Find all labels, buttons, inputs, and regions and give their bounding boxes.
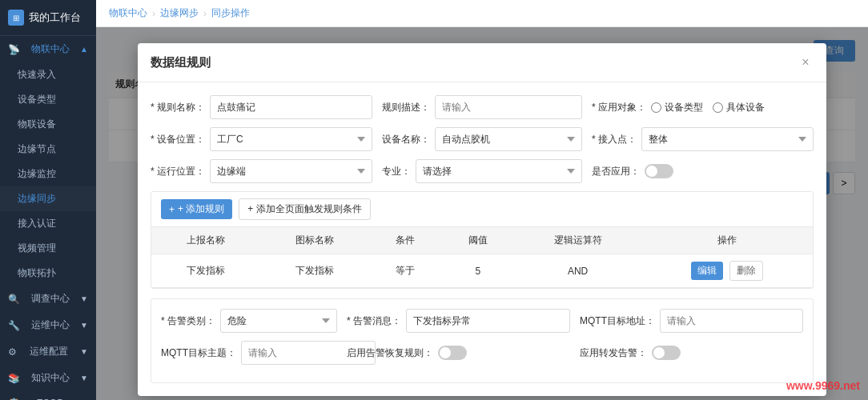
alert-category-group: * 告警类别： 危险	[161, 309, 337, 333]
apply-normal-toggle[interactable]	[438, 346, 467, 360]
sidebar-item-iot-topology[interactable]: 物联拓扑	[0, 261, 96, 286]
run-location-select[interactable]: 边缘端	[210, 159, 372, 183]
alert-category-select[interactable]: 危险	[220, 309, 337, 333]
sidebar-group-query[interactable]: 🔍 调查中心 ▼	[0, 286, 96, 312]
plus-icon: +	[169, 204, 175, 215]
col-logic: 逻辑运算符	[514, 227, 641, 254]
query-icon: 🔍	[8, 294, 20, 305]
col-threshold: 阈值	[442, 227, 515, 254]
specialty-select[interactable]: 请选择	[416, 159, 582, 183]
workspace-label: 我的工作台	[29, 10, 81, 25]
sidebar-item-edge-monitor[interactable]: 边缘监控	[0, 162, 96, 186]
rule-name-label: * 规则名称：	[151, 101, 205, 114]
run-location-label: * 运行位置：	[151, 165, 205, 178]
apply-target-label: * 应用对象：	[592, 101, 646, 114]
watermark: www.9969.net	[786, 379, 860, 392]
rule-desc-label: 规则描述：	[382, 101, 430, 114]
access-point-group: * 接入点： 整体	[592, 127, 814, 151]
breadcrumb-iot[interactable]: 物联中心	[109, 6, 147, 20]
add-rule-button[interactable]: + + 添加规则	[161, 199, 232, 219]
breadcrumb: 物联中心 › 边缘网步 › 同步操作	[96, 0, 868, 27]
rule-desc-input[interactable]	[435, 95, 582, 119]
modal-close-button[interactable]: ×	[798, 54, 814, 70]
rules-toolbar: + + 添加规则 + 添加全页面触发规则条件	[151, 192, 813, 227]
modal-body: * 规则名称： 规则描述： * 应用对象：	[138, 82, 826, 396]
sidebar-item-edge-sync[interactable]: 边缘同步	[0, 186, 96, 211]
chevron-query-icon: ▼	[80, 294, 88, 303]
iot-label: 物联中心	[31, 42, 70, 56]
rule-name-input[interactable]	[210, 95, 372, 119]
chevron-knowledge-icon: ▼	[80, 374, 88, 382]
col-op: 操作	[641, 227, 813, 254]
alert-section: * 告警类别： 危险 * 告警消息： MQTT目标地址：	[151, 298, 814, 383]
form-row-2: * 设备位置： 工厂C 设备名称： 自动点胶机 * 接入	[151, 127, 814, 151]
ops-config-icon: ⚙	[8, 346, 17, 358]
radio-specific-device[interactable]: 具体设备	[713, 101, 765, 114]
form-row-1: * 规则名称： 规则描述： * 应用对象：	[151, 95, 814, 119]
sidebar-item-quick-import[interactable]: 快速录入	[0, 62, 96, 87]
device-location-group: * 设备位置： 工厂C	[151, 127, 372, 151]
sidebar-group-ops-config[interactable]: ⚙ 运维配置 ▼	[0, 338, 96, 365]
access-point-select[interactable]: 整体	[641, 127, 814, 151]
apply-alert-toggle[interactable]	[652, 346, 681, 360]
device-name-group: 设备名称： 自动点胶机	[382, 127, 582, 151]
sidebar-header[interactable]: ⊞ 我的工作台	[0, 0, 96, 36]
rule-row-1: 下发指标 下发指标 等于 5 AND 编辑 删除	[151, 254, 813, 288]
apply-target-group: * 应用对象： 设备类型 具体设备	[592, 101, 814, 114]
rule-name-group: * 规则名称：	[151, 95, 372, 119]
breadcrumb-sep2: ›	[203, 8, 207, 19]
rule-desc-group: 规则描述：	[382, 95, 582, 119]
rule-delete-button[interactable]: 删除	[729, 261, 763, 281]
modal-header: 数据组规则 ×	[138, 43, 826, 82]
mqtt-target-input[interactable]	[660, 309, 803, 333]
radio-device-type[interactable]: 设备类型	[651, 101, 703, 114]
device-name-select[interactable]: 自动点胶机	[435, 127, 582, 151]
add-all-rules-button[interactable]: + 添加全页面触发规则条件	[239, 198, 370, 220]
apply-alert-label: 应用转发告警：	[580, 346, 647, 360]
rule-actions: 编辑 删除	[641, 254, 813, 288]
chevron-ops-icon: ▼	[80, 321, 88, 330]
ops-icon: 🔧	[8, 320, 20, 331]
mqtt-target-group: MQTT目标地址：	[580, 309, 803, 333]
specialty-label: 专业：	[382, 165, 411, 178]
sidebar-group-iot: 📡 物联中心 ▲ 快速录入 设备类型 物联设备 边缘节点 边缘监控 边缘同步 接…	[0, 36, 96, 286]
sidebar-group-knowledge[interactable]: 📚 知识中心 ▼	[0, 365, 96, 391]
sidebar: ⊞ 我的工作台 📡 物联中心 ▲ 快速录入 设备类型 物联设备 边缘节点 边缘监…	[0, 0, 96, 400]
chevron-icon: ▲	[80, 45, 88, 54]
is-applied-group: 是否应用：	[592, 164, 814, 178]
sidebar-item-import-auth[interactable]: 接入认证	[0, 211, 96, 236]
iot-icon: 📡	[8, 44, 20, 55]
modal-dialog: 数据组规则 × * 规则名称： 规则描述：	[138, 43, 826, 396]
device-location-select[interactable]: 工厂C	[210, 127, 372, 151]
apply-alert-group: 应用转发告警：	[580, 346, 803, 360]
breadcrumb-current: 同步操作	[211, 6, 250, 20]
is-applied-toggle[interactable]	[645, 164, 673, 178]
rule-threshold: 5	[442, 254, 515, 288]
mqtt-topic-group: MQTT目标主题：	[161, 341, 337, 365]
sidebar-item-iot-device[interactable]: 物联设备	[0, 112, 96, 137]
modal-overlay: 数据组规则 × * 规则名称： 规则描述：	[96, 27, 868, 400]
apply-normal-group: 启用告警恢复规则：	[347, 346, 570, 360]
sidebar-item-edge-node[interactable]: 边缘节点	[0, 137, 96, 162]
sidebar-group-esop[interactable]: 📋 ESOP ▼	[0, 391, 96, 400]
alert-msg-input[interactable]	[406, 309, 570, 333]
form-row-3: * 运行位置： 边缘端 专业： 请选择 是否应用：	[151, 159, 814, 183]
specialty-group: 专业： 请选择	[382, 159, 582, 183]
apply-normal-label: 启用告警恢复规则：	[347, 346, 433, 360]
rule-edit-button[interactable]: 编辑	[691, 262, 723, 280]
alert-row-2: MQTT目标主题： 启用告警恢复规则： 应用转发告警：	[161, 341, 803, 365]
breadcrumb-edge[interactable]: 边缘网步	[160, 6, 199, 20]
apply-target-options: 设备类型 具体设备	[651, 101, 765, 114]
sidebar-group-iot-header[interactable]: 📡 物联中心 ▲	[0, 36, 96, 62]
rule-logic: AND	[514, 254, 641, 288]
content-area: 查询 规则名称 是否应用 操作 未应用 查看	[96, 27, 868, 400]
workspace-icon: ⊞	[8, 10, 24, 26]
rule-report-name: 下发指标	[151, 254, 260, 288]
ops-label: 运维中心	[31, 318, 70, 332]
sidebar-item-video-mgmt[interactable]: 视频管理	[0, 236, 96, 261]
sidebar-item-device-type[interactable]: 设备类型	[0, 87, 96, 112]
is-applied-label: 是否应用：	[592, 165, 640, 178]
rules-conditions-table: 上报名称 图标名称 条件 阈值 逻辑运算符 操作 下发指	[151, 227, 813, 288]
rule-icon-name: 下发指标	[260, 254, 369, 288]
sidebar-group-ops[interactable]: 🔧 运维中心 ▼	[0, 312, 96, 338]
